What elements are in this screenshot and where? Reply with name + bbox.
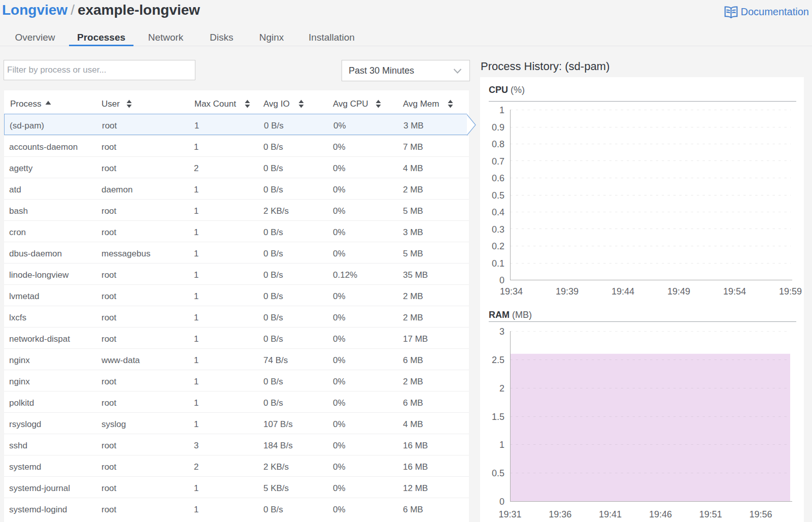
svg-text:19:49: 19:49 [667, 286, 690, 297]
svg-text:0.1: 0.1 [492, 258, 504, 269]
svg-text:0.5: 0.5 [492, 468, 504, 478]
svg-text:1.5: 1.5 [492, 412, 504, 422]
svg-text:19:39: 19:39 [556, 286, 579, 297]
svg-text:19:44: 19:44 [612, 286, 634, 297]
svg-text:19:36: 19:36 [549, 509, 571, 519]
svg-text:19:41: 19:41 [599, 509, 622, 519]
svg-text:19:31: 19:31 [498, 509, 521, 519]
svg-text:19:51: 19:51 [699, 509, 722, 519]
svg-text:19:46: 19:46 [649, 509, 672, 519]
svg-text:19:54: 19:54 [723, 286, 746, 297]
svg-text:2.5: 2.5 [492, 355, 504, 365]
svg-text:0.4: 0.4 [492, 207, 504, 217]
svg-text:0.5: 0.5 [492, 190, 504, 201]
svg-text:0: 0 [499, 275, 504, 285]
svg-text:2: 2 [499, 383, 504, 394]
svg-text:3: 3 [499, 327, 504, 337]
svg-text:0.3: 0.3 [492, 224, 504, 235]
svg-text:0.8: 0.8 [492, 139, 504, 149]
svg-text:0.2: 0.2 [492, 241, 504, 251]
svg-text:0: 0 [499, 497, 504, 507]
svg-text:0.9: 0.9 [492, 122, 504, 133]
svg-text:19:34: 19:34 [500, 286, 523, 297]
svg-text:0.6: 0.6 [492, 173, 504, 183]
svg-text:19:59: 19:59 [779, 286, 802, 297]
svg-text:1: 1 [499, 105, 504, 115]
svg-text:0.7: 0.7 [492, 156, 504, 167]
svg-text:19:56: 19:56 [749, 509, 772, 519]
svg-text:1: 1 [499, 440, 504, 450]
